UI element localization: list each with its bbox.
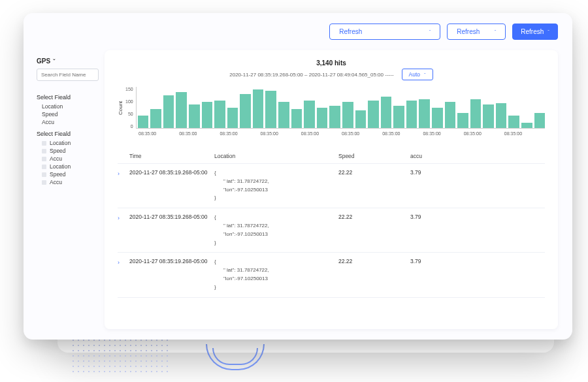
histogram-bar [445,102,456,128]
search-field-input[interactable] [37,69,99,81]
field-item[interactable]: Speed [42,111,94,118]
histogram-bar [265,91,276,128]
histogram-bar [189,104,200,128]
histogram-bar [176,92,187,128]
refresh-button[interactable]: Refresh ˇ [447,24,506,40]
main-content: Refresh ˇ Refresh ˇ Refresh ˇ 3,140 hits… [102,13,572,340]
field-item[interactable]: Speed [42,171,94,178]
cell-speed: 22.22 [338,214,410,220]
field-item-label: Speed [50,171,66,178]
cell-location: {" lat": 31.78724722,"lon":-97.10250013} [214,214,338,247]
histogram-bar [381,97,392,128]
histogram-bar [457,113,468,128]
button-label: Auto [409,71,421,78]
field-item-label: Location [42,103,63,110]
expand-row-icon[interactable]: › [118,214,129,221]
x-tick: 08:35:00 [220,131,260,136]
chevron-down-icon: ˇ [495,29,497,35]
field-group-title: Select Fieald [37,131,94,137]
histogram-bar [138,116,149,128]
cell-speed: 22.22 [338,258,410,264]
x-tick: 08:35:00 [139,131,179,136]
histogram-bar [304,101,315,128]
chevron-down-icon: ˇ [53,58,55,65]
col-accu: accu [410,153,463,159]
field-item-label: Speed [42,111,58,118]
table-row: ›2020-11-27 08:35:19.268-05:00{" lat": 3… [118,253,545,297]
histogram-bar [240,94,251,129]
histogram-bars [136,87,545,129]
x-tick: 08:35:00 [382,131,423,136]
x-tick: 08:35:00 [504,131,545,136]
x-tick: 08:35:00 [179,131,220,136]
histogram-bar [150,109,161,128]
app-window: GPS ˇ Select Fieald Location Speed Accu … [24,13,572,340]
col-location: Location [214,153,338,159]
x-tick: 08:35:00 [301,131,342,136]
y-tick: 150 [125,87,133,91]
y-axis-label: Count [118,87,125,129]
field-item-label: Accu [42,119,54,125]
table-header: Time Location Speed accu [118,148,545,164]
field-item[interactable]: Accu [42,119,94,125]
histogram-bar [496,103,507,128]
x-axis-ticks: 08:35:0008:35:0008:35:0008:35:0008:35:00… [139,131,545,136]
histogram-bar [291,109,302,128]
auto-interval-button[interactable]: Auto ˇ [402,69,433,80]
field-item[interactable]: Accu [42,179,94,185]
source-selector[interactable]: GPS ˇ [37,57,94,65]
field-swatch-icon [42,141,46,146]
hits-count: 3,140 hits [118,59,545,67]
field-item[interactable]: Speed [42,148,94,154]
button-label: Refresh [339,28,362,35]
histogram-bar [214,101,225,128]
chevron-down-icon: ˇ [547,29,549,35]
histogram-bar [508,116,519,128]
histogram-bar [227,108,238,129]
histogram-bar [253,89,264,128]
field-item-label: Accu [50,179,62,185]
field-item[interactable]: Accu [42,155,94,162]
field-item[interactable]: Location [42,140,94,146]
y-tick: 50 [128,112,133,116]
button-label: Refresh [521,28,544,35]
expand-row-icon[interactable]: › [118,169,129,177]
histogram-bar [202,102,213,128]
sidebar: GPS ˇ Select Fieald Location Speed Accu … [24,13,102,340]
cell-time: 2020-11-27 08:35:19.268-05:00 [129,258,214,264]
x-tick: 08:35:00 [423,131,463,136]
refresh-button-primary[interactable]: Refresh ˇ [512,24,558,40]
col-speed: Speed [338,153,410,159]
cell-accu: 3.79 [410,214,463,220]
x-tick: 08:35:00 [464,131,504,136]
decorative-swirl [206,344,265,370]
expand-row-icon[interactable]: › [118,258,129,266]
cell-location: {" lat": 31.78724722,"lon":-97.10250013} [214,169,338,202]
histogram-bar [534,113,546,128]
field-item-label: Accu [50,155,62,162]
field-item[interactable]: Location [42,103,94,110]
time-range-row: 2020-11-27 08:35:19.268-05:00 – 2020-11-… [118,69,545,80]
cell-accu: 3.79 [410,258,463,264]
field-item-label: Speed [50,148,66,154]
source-selector-label: GPS [37,57,50,65]
histogram-bar [329,106,340,128]
field-item-label: Location [50,163,71,170]
table-row: ›2020-11-27 08:35:19.268-05:00{" lat": 3… [118,208,545,253]
y-axis-ticks: 150 100 50 0 [125,87,136,129]
chevron-down-icon: ˇ [424,72,426,78]
histogram-bar [393,106,404,128]
refresh-button[interactable]: Refresh ˇ [329,24,440,40]
col-time: Time [129,153,214,159]
histogram-bar [521,123,532,128]
field-item[interactable]: Location [42,163,94,170]
y-tick: 0 [131,124,133,129]
histogram-bar [432,108,443,129]
x-tick: 08:35:00 [342,131,382,136]
field-group-title: Select Fieald [37,94,94,101]
cell-accu: 3.79 [410,169,463,176]
histogram-bar [406,101,417,128]
histogram-bar [317,108,328,129]
field-swatch-icon [42,172,46,177]
time-range-text: 2020-11-27 08:35:19.268-05:00 – 2020-11-… [229,72,393,78]
